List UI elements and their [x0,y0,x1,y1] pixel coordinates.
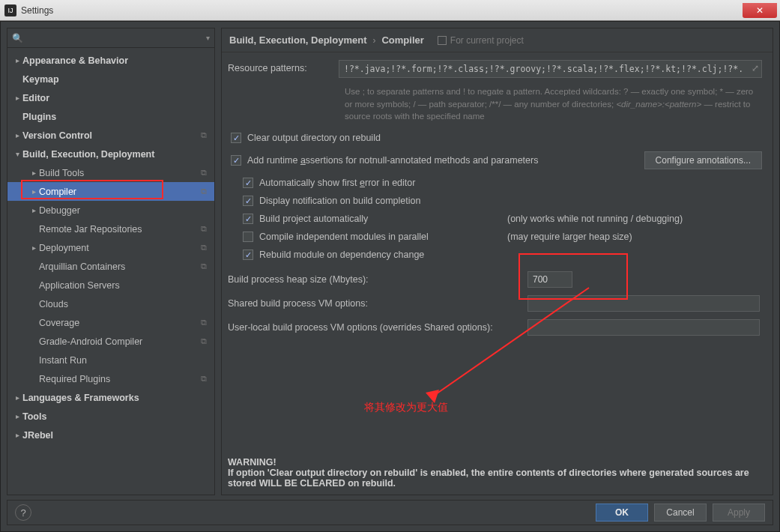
for-current-project: For current project [438,35,524,46]
heap-size-label: Build process heap size (Mbytes): [228,274,527,285]
chevron-down-icon: ▾ [12,150,22,158]
chevron-right-icon: ▸ [12,393,22,402]
sidebar-item-jrebel[interactable]: ▸JRebel [7,426,214,444]
auto-show-error-label: Automatically show first error in editor [259,178,415,188]
add-assertions-checkbox[interactable] [231,155,241,166]
build-auto-aux: (only works while not running / debuggin… [507,214,762,224]
sidebar-search-row: 🔍 ▾ [7,28,214,48]
sidebar-item-coverage[interactable]: ▸Coverage⧉ [7,313,214,332]
sidebar-item-label: Plugins [22,112,198,122]
sidebar-item-label: Appearance & Behavior [22,55,198,66]
sidebar-item-required-plugins[interactable]: ▸Required Plugins⧉ [7,369,214,388]
sidebar-item-version-control[interactable]: ▸Version Control⧉ [7,126,214,145]
heap-size-input[interactable] [527,271,572,288]
sidebar-item-plugins[interactable]: ▸Plugins [7,107,214,126]
sidebar-item-gradle-android-compiler[interactable]: ▸Gradle-Android Compiler⧉ [7,332,214,351]
warning-text: If option 'Clear output directory on reb… [228,468,762,489]
sidebar-item-editor[interactable]: ▸Editor [7,88,214,107]
sidebar-item-remote-jar-repositories[interactable]: ▸Remote Jar Repositories⧉ [7,220,214,238]
build-auto-label: Build project automatically [259,214,368,224]
window-title: Settings [21,5,53,16]
annotation-text: 将其修改为更大值 [364,401,448,414]
parallel-label: Compile independent modules in parallel [259,232,429,242]
parallel-checkbox[interactable] [243,232,253,242]
sidebar-item-appearance-behavior[interactable]: ▸Appearance & Behavior [7,51,214,70]
project-scope-icon: ⧉ [198,318,210,327]
sidebar-item-arquillian-containers[interactable]: ▸Arquillian Containers⧉ [7,257,214,276]
configure-annotations-button[interactable]: Configure annotations... [644,151,762,169]
project-icon [438,36,447,45]
build-auto-checkbox[interactable] [243,214,253,224]
sidebar-item-tools[interactable]: ▸Tools [7,407,214,426]
for-current-project-label: For current project [450,35,524,46]
titlebar: IJ Settings ✕ [0,0,780,21]
notify-build-checkbox[interactable] [243,196,253,206]
resource-patterns-label: Resource patterns: [228,60,339,73]
warning-block: WARNING! If option 'Clear output directo… [228,457,762,489]
sidebar-item-application-servers[interactable]: ▸Application Servers [7,276,214,294]
sidebar-item-label: Keymap [22,74,198,85]
user-vm-input[interactable] [527,319,760,336]
apply-button[interactable]: Apply [713,504,765,522]
project-scope-icon: ⧉ [198,243,210,253]
svg-marker-1 [426,390,439,403]
parallel-aux: (may require larger heap size) [507,232,762,242]
project-scope-icon: ⧉ [198,187,210,196]
sidebar-item-label: Clouds [39,299,198,309]
chevron-right-icon: › [372,35,375,46]
chevron-right-icon: ▸ [12,131,22,139]
sidebar-item-instant-run[interactable]: ▸Instant Run [7,351,214,369]
sidebar-item-build-execution-deployment[interactable]: ▾Build, Execution, Deployment [7,145,214,163]
project-scope-icon: ⧉ [198,224,210,234]
ok-button[interactable]: OK [596,504,648,522]
resource-patterns-input[interactable] [339,60,762,78]
sidebar-item-build-tools[interactable]: ▸Build Tools⧉ [7,163,214,182]
sidebar-item-label: Build Tools [39,168,198,178]
sidebar-item-label: Languages & Frameworks [22,393,198,403]
sidebar-item-label: Remote Jar Repositories [39,224,198,235]
auto-show-error-checkbox[interactable] [243,178,253,188]
settings-tree: ▸Appearance & Behavior▸Keymap▸Editor▸Plu… [7,48,214,495]
chevron-right-icon: ▸ [12,94,22,102]
shared-vm-label: Shared build process VM options: [228,298,527,309]
sidebar-item-languages-frameworks[interactable]: ▸Languages & Frameworks [7,388,214,407]
sidebar-item-label: JRebel [22,430,198,441]
window-close-button[interactable]: ✕ [743,3,777,18]
expand-icon[interactable]: ⤢ [752,63,759,73]
chevron-right-icon: ▸ [12,412,22,420]
sidebar-item-deployment[interactable]: ▸Deployment⧉ [7,238,214,257]
search-icon: 🔍 [12,33,23,43]
sidebar-item-label: Application Servers [39,280,198,291]
chevron-right-icon: ▸ [28,187,39,196]
rebuild-dep-checkbox[interactable] [243,250,253,260]
add-assertions-label: Add runtime assertions for notnull-annot… [247,155,538,166]
help-icon: ? [20,507,25,519]
sidebar-item-clouds[interactable]: ▸Clouds [7,294,214,313]
breadcrumb-part-2: Compiler [381,34,423,46]
project-scope-icon: ⧉ [198,336,210,346]
sidebar-item-label: Version Control [22,130,198,141]
sidebar-search-input[interactable] [25,33,206,43]
warning-heading: WARNING! [228,457,762,468]
project-scope-icon: ⧉ [198,262,210,271]
sidebar-item-label: Debugger [39,205,198,216]
help-button[interactable]: ? [15,504,31,521]
project-scope-icon: ⧉ [198,168,210,178]
chevron-down-icon[interactable]: ▾ [206,34,210,42]
breadcrumb-part-1[interactable]: Build, Execution, Deployment [229,34,366,46]
sidebar-item-debugger[interactable]: ▸Debugger [7,201,214,220]
sidebar-item-keymap[interactable]: ▸Keymap [7,70,214,88]
sidebar-item-label: Editor [22,93,198,103]
sidebar-item-label: Tools [22,411,198,422]
clear-output-checkbox[interactable] [231,133,241,143]
sidebar-item-label: Compiler [39,187,198,197]
sidebar-item-compiler[interactable]: ▸Compiler⧉ [7,182,214,201]
sidebar-item-label: Build, Execution, Deployment [22,149,198,160]
cancel-button[interactable]: Cancel [654,504,707,522]
chevron-right-icon: ▸ [28,169,39,177]
bottom-bar: ? OK Cancel Apply [7,500,773,525]
resource-patterns-hint: Use ; to separate patterns and ! to nega… [228,82,762,129]
project-scope-icon: ⧉ [198,374,210,384]
shared-vm-input[interactable] [527,295,760,312]
content: Resource patterns: ⤢ Use ; to separate p… [222,52,773,495]
